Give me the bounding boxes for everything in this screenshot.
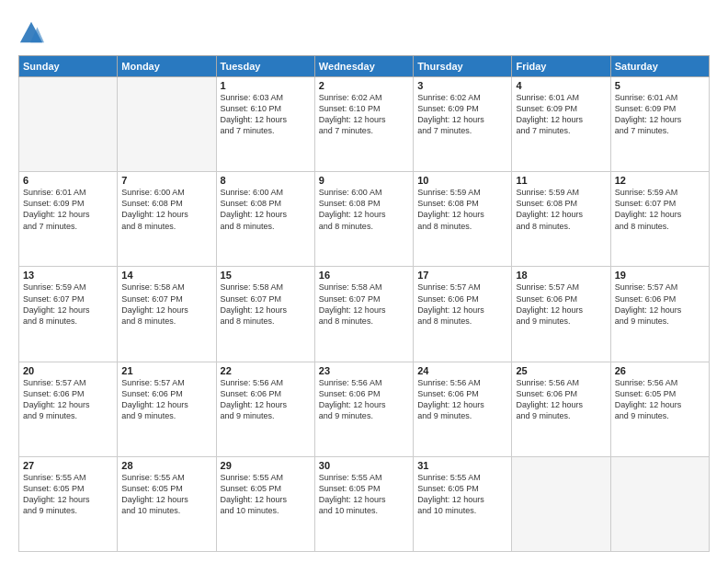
calendar-cell: 16Sunrise: 5:58 AM Sunset: 6:07 PM Dayli… <box>314 267 413 362</box>
day-info: Sunrise: 5:58 AM Sunset: 6:07 PM Dayligh… <box>319 282 409 327</box>
day-info: Sunrise: 5:59 AM Sunset: 6:07 PM Dayligh… <box>23 282 113 327</box>
day-info: Sunrise: 5:55 AM Sunset: 6:05 PM Dayligh… <box>23 472 113 517</box>
day-number: 20 <box>23 365 113 376</box>
calendar-table: SundayMondayTuesdayWednesdayThursdayFrid… <box>18 55 710 552</box>
day-info: Sunrise: 5:59 AM Sunset: 6:08 PM Dayligh… <box>417 187 507 232</box>
day-info: Sunrise: 6:03 AM Sunset: 6:10 PM Dayligh… <box>221 92 311 137</box>
day-info: Sunrise: 5:58 AM Sunset: 6:07 PM Dayligh… <box>121 282 211 327</box>
calendar-cell: 9Sunrise: 6:00 AM Sunset: 6:08 PM Daylig… <box>314 172 413 267</box>
calendar-cell: 5Sunrise: 6:01 AM Sunset: 6:09 PM Daylig… <box>610 77 709 172</box>
day-info: Sunrise: 6:01 AM Sunset: 6:09 PM Dayligh… <box>615 92 705 137</box>
day-number: 3 <box>417 80 507 91</box>
day-number: 17 <box>417 270 507 281</box>
calendar-cell: 18Sunrise: 5:57 AM Sunset: 6:06 PM Dayli… <box>512 267 610 362</box>
day-info: Sunrise: 6:00 AM Sunset: 6:08 PM Dayligh… <box>121 187 211 232</box>
day-number: 24 <box>417 365 507 376</box>
day-info: Sunrise: 5:57 AM Sunset: 6:06 PM Dayligh… <box>417 282 507 327</box>
calendar-cell: 6Sunrise: 6:01 AM Sunset: 6:09 PM Daylig… <box>19 172 118 267</box>
calendar-cell: 27Sunrise: 5:55 AM Sunset: 6:05 PM Dayli… <box>19 456 118 551</box>
day-number: 30 <box>319 460 409 471</box>
day-number: 9 <box>319 175 409 186</box>
page: SundayMondayTuesdayWednesdayThursdayFrid… <box>0 0 728 563</box>
day-number: 8 <box>221 175 311 186</box>
calendar-week-5: 27Sunrise: 5:55 AM Sunset: 6:05 PM Dayli… <box>19 456 710 551</box>
calendar-cell: 22Sunrise: 5:56 AM Sunset: 6:06 PM Dayli… <box>216 362 314 456</box>
day-number: 21 <box>121 365 211 376</box>
calendar-header-monday: Monday <box>118 56 216 77</box>
day-number: 11 <box>516 175 606 186</box>
day-number: 19 <box>615 270 705 281</box>
logo <box>18 20 48 46</box>
calendar-cell: 21Sunrise: 5:57 AM Sunset: 6:06 PM Dayli… <box>118 362 216 456</box>
day-info: Sunrise: 6:00 AM Sunset: 6:08 PM Dayligh… <box>221 187 311 232</box>
day-number: 16 <box>319 270 409 281</box>
day-info: Sunrise: 5:57 AM Sunset: 6:06 PM Dayligh… <box>516 282 606 327</box>
day-info: Sunrise: 5:55 AM Sunset: 6:05 PM Dayligh… <box>121 472 211 517</box>
calendar-cell: 31Sunrise: 5:55 AM Sunset: 6:05 PM Dayli… <box>414 456 512 551</box>
calendar-cell: 3Sunrise: 6:02 AM Sunset: 6:09 PM Daylig… <box>414 77 512 172</box>
header <box>18 17 710 46</box>
day-number: 13 <box>23 270 113 281</box>
calendar-cell: 28Sunrise: 5:55 AM Sunset: 6:05 PM Dayli… <box>118 456 216 551</box>
day-number: 18 <box>516 270 606 281</box>
day-number: 2 <box>319 80 409 91</box>
calendar-header-thursday: Thursday <box>414 56 512 77</box>
calendar-cell: 25Sunrise: 5:56 AM Sunset: 6:06 PM Dayli… <box>512 362 610 456</box>
day-number: 12 <box>615 175 705 186</box>
calendar-cell: 30Sunrise: 5:55 AM Sunset: 6:05 PM Dayli… <box>314 456 413 551</box>
day-info: Sunrise: 5:55 AM Sunset: 6:05 PM Dayligh… <box>319 472 409 517</box>
day-info: Sunrise: 5:59 AM Sunset: 6:07 PM Dayligh… <box>615 187 705 232</box>
day-number: 1 <box>221 80 311 91</box>
calendar-cell: 26Sunrise: 5:56 AM Sunset: 6:05 PM Dayli… <box>610 362 709 456</box>
day-info: Sunrise: 5:56 AM Sunset: 6:06 PM Dayligh… <box>417 377 507 422</box>
day-info: Sunrise: 5:57 AM Sunset: 6:06 PM Dayligh… <box>23 377 113 422</box>
day-number: 4 <box>516 80 606 91</box>
day-info: Sunrise: 6:01 AM Sunset: 6:09 PM Dayligh… <box>516 92 606 137</box>
day-info: Sunrise: 5:57 AM Sunset: 6:06 PM Dayligh… <box>615 282 705 327</box>
day-number: 7 <box>121 175 211 186</box>
calendar-header-row: SundayMondayTuesdayWednesdayThursdayFrid… <box>19 56 710 77</box>
day-info: Sunrise: 5:56 AM Sunset: 6:06 PM Dayligh… <box>516 377 606 422</box>
day-info: Sunrise: 5:57 AM Sunset: 6:06 PM Dayligh… <box>121 377 211 422</box>
calendar-cell: 23Sunrise: 5:56 AM Sunset: 6:06 PM Dayli… <box>314 362 413 456</box>
calendar-week-2: 6Sunrise: 6:01 AM Sunset: 6:09 PM Daylig… <box>19 172 710 267</box>
day-number: 23 <box>319 365 409 376</box>
day-info: Sunrise: 6:02 AM Sunset: 6:09 PM Dayligh… <box>417 92 507 137</box>
calendar-header-friday: Friday <box>512 56 610 77</box>
calendar-cell: 4Sunrise: 6:01 AM Sunset: 6:09 PM Daylig… <box>512 77 610 172</box>
day-info: Sunrise: 6:02 AM Sunset: 6:10 PM Dayligh… <box>319 92 409 137</box>
day-number: 5 <box>615 80 705 91</box>
day-info: Sunrise: 5:55 AM Sunset: 6:05 PM Dayligh… <box>417 472 507 517</box>
day-number: 15 <box>221 270 311 281</box>
calendar-cell: 29Sunrise: 5:55 AM Sunset: 6:05 PM Dayli… <box>216 456 314 551</box>
calendar-week-1: 1Sunrise: 6:03 AM Sunset: 6:10 PM Daylig… <box>19 77 710 172</box>
calendar-cell: 2Sunrise: 6:02 AM Sunset: 6:10 PM Daylig… <box>314 77 413 172</box>
day-number: 28 <box>121 460 211 471</box>
calendar-cell: 1Sunrise: 6:03 AM Sunset: 6:10 PM Daylig… <box>216 77 314 172</box>
calendar-cell: 8Sunrise: 6:00 AM Sunset: 6:08 PM Daylig… <box>216 172 314 267</box>
calendar-cell <box>19 77 118 172</box>
day-info: Sunrise: 5:59 AM Sunset: 6:08 PM Dayligh… <box>516 187 606 232</box>
calendar-cell: 10Sunrise: 5:59 AM Sunset: 6:08 PM Dayli… <box>414 172 512 267</box>
day-info: Sunrise: 5:56 AM Sunset: 6:05 PM Dayligh… <box>615 377 705 422</box>
calendar-cell <box>118 77 216 172</box>
calendar-cell: 12Sunrise: 5:59 AM Sunset: 6:07 PM Dayli… <box>610 172 709 267</box>
day-number: 22 <box>221 365 311 376</box>
calendar-cell: 17Sunrise: 5:57 AM Sunset: 6:06 PM Dayli… <box>414 267 512 362</box>
calendar-cell: 20Sunrise: 5:57 AM Sunset: 6:06 PM Dayli… <box>19 362 118 456</box>
day-number: 25 <box>516 365 606 376</box>
calendar-header-saturday: Saturday <box>610 56 709 77</box>
logo-icon <box>18 20 44 46</box>
calendar-cell: 13Sunrise: 5:59 AM Sunset: 6:07 PM Dayli… <box>19 267 118 362</box>
calendar-cell: 11Sunrise: 5:59 AM Sunset: 6:08 PM Dayli… <box>512 172 610 267</box>
calendar-cell: 19Sunrise: 5:57 AM Sunset: 6:06 PM Dayli… <box>610 267 709 362</box>
calendar-cell: 15Sunrise: 5:58 AM Sunset: 6:07 PM Dayli… <box>216 267 314 362</box>
day-number: 27 <box>23 460 113 471</box>
calendar-week-3: 13Sunrise: 5:59 AM Sunset: 6:07 PM Dayli… <box>19 267 710 362</box>
calendar-cell: 24Sunrise: 5:56 AM Sunset: 6:06 PM Dayli… <box>414 362 512 456</box>
day-info: Sunrise: 5:56 AM Sunset: 6:06 PM Dayligh… <box>221 377 311 422</box>
calendar-cell <box>512 456 610 551</box>
day-number: 14 <box>121 270 211 281</box>
day-info: Sunrise: 6:00 AM Sunset: 6:08 PM Dayligh… <box>319 187 409 232</box>
day-number: 6 <box>23 175 113 186</box>
